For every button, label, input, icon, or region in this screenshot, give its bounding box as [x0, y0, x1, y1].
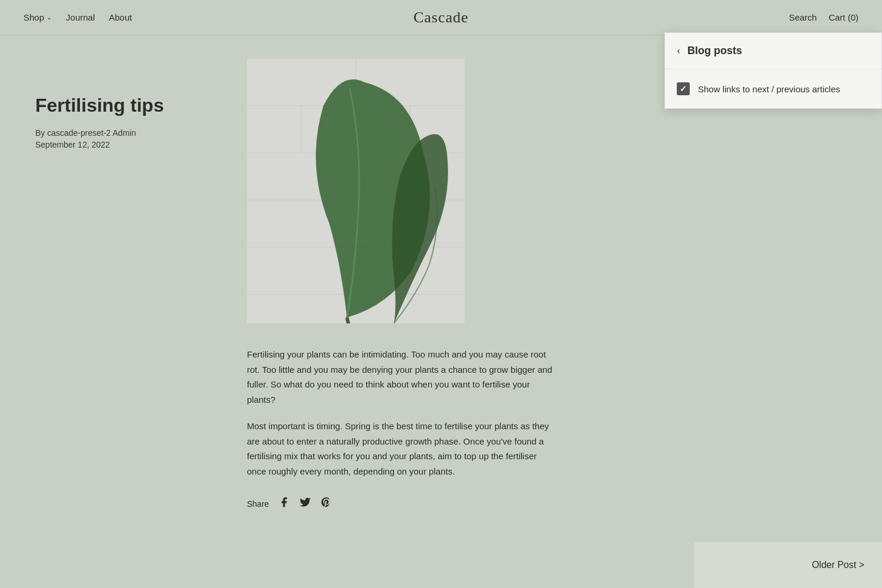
chevron-down-icon: ⌄ [46, 14, 52, 21]
show-links-label: Show links to next / previous articles [698, 84, 840, 94]
article-meta: Fertilising tips By cascade-preset-2 Adm… [35, 59, 223, 511]
article-title: Fertilising tips [35, 94, 223, 116]
popup-title: Blog posts [687, 45, 742, 57]
article-image [247, 59, 465, 323]
share-row: Share [247, 496, 553, 511]
header: Shop ⌄ Journal About Cascade Search Cart… [0, 0, 882, 35]
nav-right: Search Cart (0) [789, 12, 858, 22]
popup-option-row: ✓ Show links to next / previous articles [665, 69, 881, 108]
journal-link[interactable]: Journal [66, 12, 95, 22]
blog-posts-popup: ‹ Blog posts ✓ Show links to next / prev… [664, 32, 882, 109]
popup-header: ‹ Blog posts [665, 33, 881, 69]
shop-menu[interactable]: Shop ⌄ [24, 12, 52, 22]
facebook-icon[interactable] [278, 496, 290, 511]
main-content: Fertilising tips By cascade-preset-2 Adm… [0, 35, 882, 534]
about-link[interactable]: About [109, 12, 132, 22]
nav-left: Shop ⌄ Journal About [24, 12, 132, 22]
cart-link[interactable]: Cart (0) [828, 12, 858, 22]
checkmark-icon: ✓ [680, 84, 687, 94]
popup-back-button[interactable]: ‹ [677, 45, 680, 57]
share-label: Share [247, 499, 269, 509]
article-paragraph-2: Most important is timing. Spring is the … [247, 419, 553, 479]
older-post-box: Older Post > [694, 542, 882, 588]
site-title: Cascade [413, 9, 469, 26]
show-links-checkbox[interactable]: ✓ [677, 82, 690, 95]
older-post-link[interactable]: Older Post > [812, 560, 864, 570]
article-body: Fertilising your plants can be intimidat… [247, 59, 553, 511]
search-link[interactable]: Search [789, 12, 817, 22]
shop-label: Shop [24, 12, 44, 22]
twitter-icon[interactable] [299, 496, 311, 511]
article-author: By cascade-preset-2 Admin [35, 128, 223, 138]
pinterest-icon[interactable] [320, 496, 332, 511]
right-space [576, 59, 800, 511]
article-date: September 12, 2022 [35, 140, 223, 149]
article-paragraph-1: Fertilising your plants can be intimidat… [247, 347, 553, 407]
